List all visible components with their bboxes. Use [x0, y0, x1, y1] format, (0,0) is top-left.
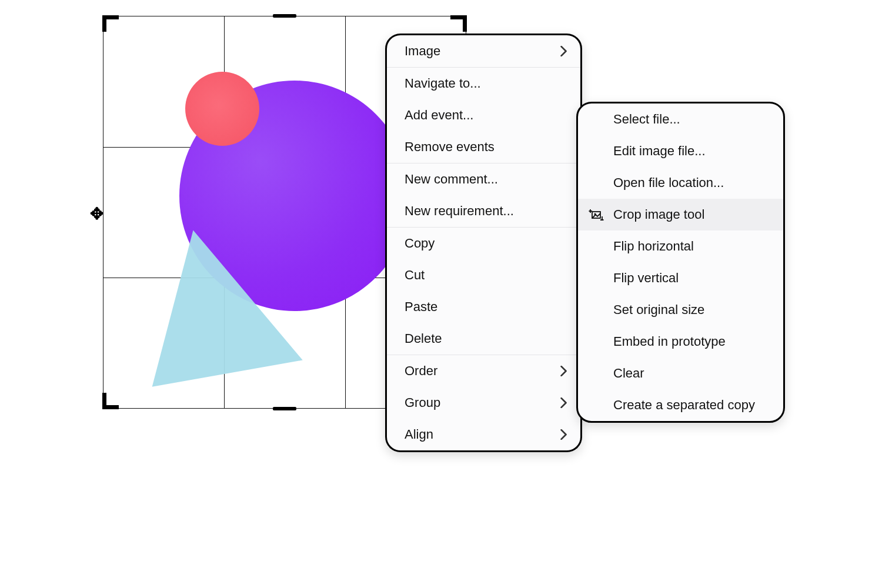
menu-item-crop-image-tool[interactable]: Crop image tool — [578, 199, 783, 230]
image-submenu: Select file... Edit image file... Open f… — [576, 102, 785, 423]
canvas-shape-circle-small — [185, 72, 259, 146]
crop-handle-top[interactable] — [273, 14, 296, 18]
menu-item-align[interactable]: Align — [387, 419, 580, 450]
menu-item-label: Image — [405, 44, 552, 59]
menu-item-order[interactable]: Order — [387, 355, 580, 387]
menu-item-edit-image-file[interactable]: Edit image file... — [578, 135, 783, 167]
menu-item-delete[interactable]: Delete — [387, 323, 580, 355]
menu-item-label: Edit image file... — [613, 143, 770, 159]
menu-item-new-requirement[interactable]: New requirement... — [387, 195, 580, 227]
menu-item-label: Select file... — [613, 112, 770, 127]
menu-item-label: Add event... — [405, 108, 567, 123]
menu-item-label: Align — [405, 427, 552, 442]
menu-item-clear[interactable]: Clear — [578, 358, 783, 389]
menu-item-embed-in-prototype[interactable]: Embed in prototype — [578, 326, 783, 358]
chevron-right-icon — [552, 429, 567, 440]
chevron-right-icon — [552, 366, 567, 376]
menu-item-create-separated-copy[interactable]: Create a separated copy — [578, 389, 783, 421]
menu-item-new-comment[interactable]: New comment... — [387, 163, 580, 195]
menu-item-select-file[interactable]: Select file... — [578, 103, 783, 135]
menu-item-label: Set original size — [613, 302, 770, 318]
menu-item-label: Flip horizontal — [613, 239, 770, 254]
move-cursor-icon: ✥ — [90, 206, 103, 222]
menu-item-label: New comment... — [405, 172, 567, 187]
crop-handle-bottom[interactable] — [273, 407, 296, 410]
menu-item-label: Copy — [405, 236, 567, 251]
menu-item-open-file-location[interactable]: Open file location... — [578, 167, 783, 199]
crop-handle-bottom-left[interactable] — [102, 393, 119, 409]
crop-handle-top-left[interactable] — [102, 15, 119, 32]
chevron-right-icon — [552, 46, 567, 56]
menu-item-copy[interactable]: Copy — [387, 228, 580, 259]
menu-item-label: Remove events — [405, 139, 567, 155]
menu-item-remove-events[interactable]: Remove events — [387, 131, 580, 163]
menu-item-navigate-to[interactable]: Navigate to... — [387, 68, 580, 99]
menu-item-add-event[interactable]: Add event... — [387, 99, 580, 131]
menu-item-cut[interactable]: Cut — [387, 259, 580, 291]
menu-item-group[interactable]: Group — [387, 387, 580, 419]
menu-item-flip-horizontal[interactable]: Flip horizontal — [578, 230, 783, 262]
menu-item-flip-vertical[interactable]: Flip vertical — [578, 262, 783, 294]
menu-item-label: Navigate to... — [405, 76, 567, 91]
crop-handle-top-right[interactable] — [450, 15, 467, 32]
menu-item-image[interactable]: Image — [387, 35, 580, 67]
menu-item-label: Crop image tool — [613, 207, 770, 222]
canvas-shape-triangle — [126, 215, 302, 386]
menu-item-label: Order — [405, 363, 552, 379]
menu-item-label: Group — [405, 395, 552, 410]
context-menu: Image Navigate to... Add event... Remove… — [385, 34, 582, 452]
menu-item-label: Embed in prototype — [613, 334, 770, 349]
menu-item-label: Clear — [613, 366, 770, 381]
menu-item-label: Cut — [405, 268, 567, 283]
crop-image-icon — [589, 207, 604, 222]
chevron-right-icon — [552, 397, 567, 408]
menu-item-set-original-size[interactable]: Set original size — [578, 294, 783, 326]
menu-item-label: Create a separated copy — [613, 397, 770, 413]
menu-item-label: Open file location... — [613, 175, 770, 191]
menu-item-label: Flip vertical — [613, 270, 770, 286]
menu-item-label: Delete — [405, 331, 567, 346]
menu-item-label: Paste — [405, 299, 567, 315]
menu-item-paste[interactable]: Paste — [387, 291, 580, 323]
menu-item-label: New requirement... — [405, 203, 567, 219]
